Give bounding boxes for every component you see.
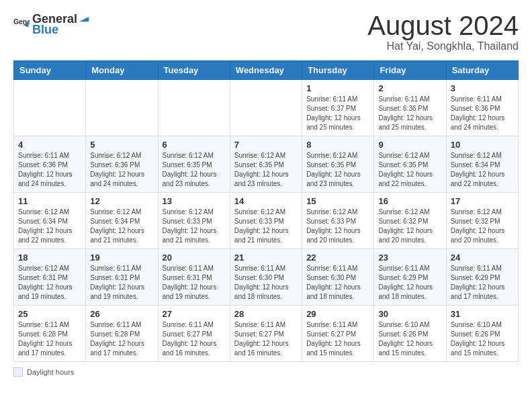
calendar-cell: 12Sunrise: 6:12 AM Sunset: 6:34 PM Dayli… — [86, 193, 158, 249]
day-header-monday: Monday — [86, 61, 158, 80]
day-number: 5 — [90, 140, 153, 150]
day-detail: Sunrise: 6:12 AM Sunset: 6:33 PM Dayligh… — [306, 208, 369, 245]
day-detail: Sunrise: 6:12 AM Sunset: 6:36 PM Dayligh… — [90, 151, 153, 189]
day-number: 31 — [451, 309, 514, 319]
day-detail: Sunrise: 6:11 AM Sunset: 6:29 PM Dayligh… — [378, 264, 441, 302]
day-number: 11 — [18, 196, 81, 206]
calendar-week-row: 25Sunrise: 6:11 AM Sunset: 6:28 PM Dayli… — [14, 306, 519, 362]
day-number: 20 — [163, 253, 226, 263]
day-number: 18 — [18, 253, 81, 263]
day-detail: Sunrise: 6:12 AM Sunset: 6:34 PM Dayligh… — [18, 208, 81, 245]
day-detail: Sunrise: 6:11 AM Sunset: 6:30 PM Dayligh… — [306, 264, 369, 302]
logo-triangle-icon — [78, 11, 90, 23]
calendar-cell: 15Sunrise: 6:12 AM Sunset: 6:33 PM Dayli… — [302, 193, 374, 249]
day-number: 7 — [234, 140, 298, 150]
day-detail: Sunrise: 6:12 AM Sunset: 6:34 PM Dayligh… — [90, 208, 153, 245]
day-detail: Sunrise: 6:12 AM Sunset: 6:35 PM Dayligh… — [163, 151, 226, 189]
day-number: 14 — [234, 196, 298, 206]
calendar-header: SundayMondayTuesdayWednesdayThursdayFrid… — [14, 61, 519, 80]
day-detail: Sunrise: 6:12 AM Sunset: 6:32 PM Dayligh… — [451, 208, 514, 245]
calendar-cell: 2Sunrise: 6:11 AM Sunset: 6:36 PM Daylig… — [374, 80, 446, 136]
day-detail: Sunrise: 6:12 AM Sunset: 6:35 PM Dayligh… — [234, 151, 298, 189]
calendar-week-row: 18Sunrise: 6:12 AM Sunset: 6:31 PM Dayli… — [14, 249, 519, 306]
calendar-cell: 30Sunrise: 6:10 AM Sunset: 6:26 PM Dayli… — [374, 306, 446, 362]
day-detail: Sunrise: 6:11 AM Sunset: 6:29 PM Dayligh… — [451, 264, 514, 302]
footer-note: Daylight hours — [13, 367, 519, 377]
day-detail: Sunrise: 6:12 AM Sunset: 6:31 PM Dayligh… — [18, 264, 81, 302]
calendar-cell: 21Sunrise: 6:11 AM Sunset: 6:30 PM Dayli… — [230, 249, 302, 306]
day-number: 16 — [378, 196, 441, 206]
day-number: 27 — [163, 309, 226, 319]
day-detail: Sunrise: 6:11 AM Sunset: 6:36 PM Dayligh… — [378, 95, 441, 132]
day-detail: Sunrise: 6:12 AM Sunset: 6:32 PM Dayligh… — [378, 208, 441, 245]
day-header-tuesday: Tuesday — [158, 61, 230, 80]
day-detail: Sunrise: 6:10 AM Sunset: 6:26 PM Dayligh… — [378, 320, 441, 358]
day-number: 10 — [451, 140, 514, 150]
day-detail: Sunrise: 6:11 AM Sunset: 6:27 PM Dayligh… — [306, 320, 369, 358]
logo-blue-text: Blue — [32, 23, 58, 36]
day-detail: Sunrise: 6:12 AM Sunset: 6:35 PM Dayligh… — [378, 151, 441, 189]
day-number: 26 — [90, 309, 153, 319]
day-number: 24 — [451, 253, 514, 263]
calendar-cell: 6Sunrise: 6:12 AM Sunset: 6:35 PM Daylig… — [158, 136, 230, 193]
day-detail: Sunrise: 6:12 AM Sunset: 6:35 PM Dayligh… — [306, 151, 369, 189]
calendar-body: 1Sunrise: 6:11 AM Sunset: 6:37 PM Daylig… — [14, 80, 519, 362]
calendar-cell: 1Sunrise: 6:11 AM Sunset: 6:37 PM Daylig… — [302, 80, 374, 136]
calendar-cell: 24Sunrise: 6:11 AM Sunset: 6:29 PM Dayli… — [446, 249, 518, 306]
day-header-friday: Friday — [374, 61, 446, 80]
day-detail: Sunrise: 6:12 AM Sunset: 6:33 PM Dayligh… — [163, 208, 226, 245]
calendar-cell: 26Sunrise: 6:11 AM Sunset: 6:28 PM Dayli… — [86, 306, 158, 362]
calendar-cell: 14Sunrise: 6:12 AM Sunset: 6:33 PM Dayli… — [230, 193, 302, 249]
calendar-cell — [14, 80, 86, 136]
calendar-cell: 18Sunrise: 6:12 AM Sunset: 6:31 PM Dayli… — [14, 249, 86, 306]
day-detail: Sunrise: 6:11 AM Sunset: 6:27 PM Dayligh… — [234, 320, 298, 358]
day-number: 3 — [451, 83, 514, 93]
calendar-cell: 20Sunrise: 6:11 AM Sunset: 6:31 PM Dayli… — [158, 249, 230, 306]
day-detail: Sunrise: 6:11 AM Sunset: 6:36 PM Dayligh… — [18, 151, 81, 189]
day-detail: Sunrise: 6:11 AM Sunset: 6:37 PM Dayligh… — [306, 95, 369, 132]
calendar-cell: 29Sunrise: 6:11 AM Sunset: 6:27 PM Dayli… — [302, 306, 374, 362]
day-number: 12 — [90, 196, 153, 206]
day-number: 19 — [90, 253, 153, 263]
day-number: 28 — [234, 309, 298, 319]
day-number: 9 — [378, 140, 441, 150]
day-detail: Sunrise: 6:10 AM Sunset: 6:26 PM Dayligh… — [451, 320, 514, 358]
svg-marker-2 — [79, 17, 89, 21]
day-number: 29 — [306, 309, 369, 319]
calendar-cell: 9Sunrise: 6:12 AM Sunset: 6:35 PM Daylig… — [374, 136, 446, 193]
day-number: 6 — [163, 140, 226, 150]
calendar-cell: 31Sunrise: 6:10 AM Sunset: 6:26 PM Dayli… — [446, 306, 518, 362]
header: General General Blue August 2024 Hat Yai… — [13, 11, 519, 52]
calendar-week-row: 4Sunrise: 6:11 AM Sunset: 6:36 PM Daylig… — [14, 136, 519, 193]
calendar-cell: 17Sunrise: 6:12 AM Sunset: 6:32 PM Dayli… — [446, 193, 518, 249]
day-header-wednesday: Wednesday — [230, 61, 302, 80]
day-header-saturday: Saturday — [446, 61, 518, 80]
day-detail: Sunrise: 6:11 AM Sunset: 6:31 PM Dayligh… — [163, 264, 226, 302]
day-number: 8 — [306, 140, 369, 150]
day-number: 30 — [378, 309, 441, 319]
day-detail: Sunrise: 6:11 AM Sunset: 6:27 PM Dayligh… — [163, 320, 226, 358]
calendar-cell: 3Sunrise: 6:11 AM Sunset: 6:36 PM Daylig… — [446, 80, 518, 136]
calendar-table: SundayMondayTuesdayWednesdayThursdayFrid… — [13, 60, 519, 362]
calendar-cell: 8Sunrise: 6:12 AM Sunset: 6:35 PM Daylig… — [302, 136, 374, 193]
day-detail: Sunrise: 6:11 AM Sunset: 6:30 PM Dayligh… — [234, 264, 298, 302]
subtitle: Hat Yai, Songkhla, Thailand — [367, 40, 519, 52]
day-header-thursday: Thursday — [302, 61, 374, 80]
calendar-cell: 10Sunrise: 6:12 AM Sunset: 6:34 PM Dayli… — [446, 136, 518, 193]
calendar-cell: 27Sunrise: 6:11 AM Sunset: 6:27 PM Dayli… — [158, 306, 230, 362]
day-detail: Sunrise: 6:11 AM Sunset: 6:28 PM Dayligh… — [18, 320, 81, 358]
day-detail: Sunrise: 6:11 AM Sunset: 6:36 PM Dayligh… — [451, 95, 514, 132]
calendar-cell: 25Sunrise: 6:11 AM Sunset: 6:28 PM Dayli… — [14, 306, 86, 362]
day-detail: Sunrise: 6:11 AM Sunset: 6:28 PM Dayligh… — [90, 320, 153, 358]
calendar-week-row: 1Sunrise: 6:11 AM Sunset: 6:37 PM Daylig… — [14, 80, 519, 136]
calendar-cell — [86, 80, 158, 136]
main-title: August 2024 — [367, 11, 519, 40]
logo-icon: General — [13, 15, 30, 32]
day-header-sunday: Sunday — [14, 61, 86, 80]
day-headers-row: SundayMondayTuesdayWednesdayThursdayFrid… — [14, 61, 519, 80]
calendar-cell: 4Sunrise: 6:11 AM Sunset: 6:36 PM Daylig… — [14, 136, 86, 193]
logo: General General Blue — [13, 11, 91, 36]
day-number: 1 — [306, 83, 369, 93]
day-number: 22 — [306, 253, 369, 263]
day-number: 25 — [18, 309, 81, 319]
